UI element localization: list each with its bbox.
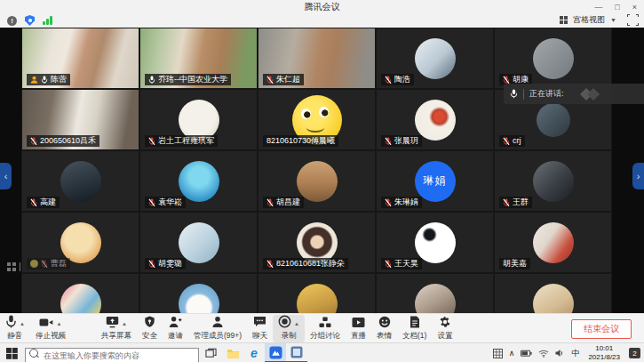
emoji-eye bbox=[319, 107, 329, 117]
toolbar-item-share[interactable]: ▲共享屏幕 bbox=[96, 315, 137, 342]
layout-overlay[interactable] bbox=[7, 262, 20, 271]
participant-tile[interactable]: 200650610吕禾 bbox=[22, 90, 139, 149]
participant-tile[interactable]: 王群 bbox=[495, 151, 611, 211]
mic-muted-icon bbox=[41, 260, 48, 269]
caret-up-icon[interactable]: ▲ bbox=[56, 321, 61, 326]
camera-icon bbox=[39, 316, 53, 332]
participant-tile[interactable]: 陈蕾 bbox=[22, 28, 139, 88]
end-meeting-button[interactable]: 结束会议 bbox=[571, 319, 632, 339]
tencent-meeting-app-button[interactable] bbox=[265, 343, 286, 362]
participant-tile[interactable]: 琳娟朱琳娟 bbox=[377, 151, 493, 211]
search-input[interactable] bbox=[25, 348, 199, 362]
participant-name: 胡美嘉 bbox=[503, 258, 527, 269]
logo-watermark-icon bbox=[576, 88, 607, 101]
avatar bbox=[533, 161, 574, 202]
video-stage: 陈蕾乔玮--中国农业大学朱仁超陶浩胡康200650610吕禾岩土工程雍琪军821… bbox=[0, 28, 644, 342]
participant-tile[interactable]: 胡美嘉 bbox=[495, 213, 611, 272]
prev-page-button[interactable]: ‹ bbox=[0, 163, 12, 189]
caret-up-icon[interactable]: ▲ bbox=[294, 321, 299, 326]
signal-icon[interactable] bbox=[43, 16, 52, 25]
avatar bbox=[179, 161, 219, 202]
breakout-icon bbox=[319, 316, 331, 332]
participant-label: 高建 bbox=[27, 197, 60, 208]
participant-label: 王天昊 bbox=[381, 258, 422, 269]
toolbar-item-members[interactable]: 管理成员(99+) bbox=[188, 315, 247, 342]
toolbar-item-breakout[interactable]: 分组讨论 bbox=[305, 315, 346, 342]
emoji-icon bbox=[378, 316, 391, 332]
battery-icon[interactable] bbox=[521, 349, 532, 358]
avatar bbox=[415, 222, 456, 263]
avatar bbox=[297, 222, 338, 263]
action-center-icon[interactable]: 2 bbox=[629, 348, 640, 358]
mic-muted-icon bbox=[503, 198, 510, 207]
system-tray: ∧ 中 10:01 2021/8/23 2 bbox=[493, 344, 644, 362]
close-button[interactable]: × bbox=[632, 3, 637, 12]
participant-tile[interactable]: 张晨玥 bbox=[377, 90, 493, 149]
participant-tile[interactable]: 胡雯璐 bbox=[140, 213, 257, 272]
participant-tile[interactable]: 高建 bbox=[22, 151, 139, 211]
view-mode-selector[interactable]: 宫格视图 bbox=[573, 14, 605, 26]
wifi-icon[interactable] bbox=[538, 349, 549, 358]
participant-tile[interactable]: 岩土工程雍琪军 bbox=[140, 90, 257, 149]
taskbar-search[interactable] bbox=[25, 346, 199, 361]
tray-expand-icon[interactable]: ∧ bbox=[509, 349, 515, 358]
toolbar-item-doc[interactable]: 文档(1) bbox=[397, 315, 432, 342]
windows-taskbar: e ∧ 中 10:01 202 bbox=[0, 342, 644, 362]
next-page-button[interactable]: › bbox=[632, 163, 644, 189]
participant-label: 胡昌建 bbox=[263, 197, 304, 208]
windows-logo-icon bbox=[6, 348, 18, 359]
ime-toolbox-icon[interactable] bbox=[493, 349, 503, 358]
taskbar-clock[interactable]: 10:01 2021/8/23 bbox=[588, 344, 620, 362]
caret-up-icon[interactable]: ▲ bbox=[122, 321, 127, 326]
toolbar-item-camera[interactable]: ▲停止视频 bbox=[30, 315, 71, 342]
participant-tile[interactable]: 曹磊 bbox=[22, 213, 139, 272]
mic-muted-icon bbox=[30, 198, 37, 207]
clock-time: 10:01 bbox=[588, 344, 620, 353]
participant-tile[interactable]: 胡昌建 bbox=[258, 151, 375, 211]
participant-tile[interactable]: 8210610681张静朵 bbox=[258, 213, 375, 272]
file-explorer-button[interactable] bbox=[222, 343, 243, 362]
toolbar-item-shield[interactable]: 安全 bbox=[137, 315, 163, 342]
participant-tile[interactable]: 乔玮--中国农业大学 bbox=[140, 28, 257, 88]
toolbar-item-record[interactable]: ▲录制 bbox=[273, 315, 305, 342]
toolbar-item-chat[interactable]: 聊天 bbox=[247, 315, 273, 342]
speaker-icon[interactable] bbox=[555, 349, 565, 358]
start-button[interactable] bbox=[0, 343, 23, 362]
toolbar-item-invite[interactable]: 邀请 bbox=[163, 315, 188, 342]
participant-tile[interactable]: 袁华崧 bbox=[140, 151, 257, 211]
task-view-button[interactable] bbox=[199, 343, 222, 362]
mic-on-icon bbox=[148, 76, 155, 84]
speaking-toast: 正在讲话: bbox=[504, 84, 644, 104]
record-icon bbox=[278, 315, 291, 332]
toolbar-item-live[interactable]: 直播 bbox=[346, 315, 371, 342]
participant-tile[interactable]: 8210610730傅晨曦 bbox=[258, 90, 375, 149]
minimize-button[interactable]: — bbox=[594, 3, 602, 12]
chevron-down-icon[interactable]: ▼ bbox=[610, 17, 616, 23]
participant-label: 200650610吕禾 bbox=[27, 135, 99, 147]
layout-grid-icon bbox=[7, 262, 16, 271]
avatar bbox=[533, 38, 574, 79]
reaction-emoji-icon bbox=[30, 260, 38, 268]
participant-name: 胡昌建 bbox=[276, 197, 300, 208]
mic-icon bbox=[5, 315, 17, 332]
caret-up-icon[interactable]: ▲ bbox=[20, 321, 25, 326]
toolbar-item-mic[interactable]: ▲静音 bbox=[0, 315, 30, 342]
toolbar-item-emoji[interactable]: 表情 bbox=[371, 315, 397, 342]
maximize-button[interactable]: □ bbox=[615, 3, 619, 12]
participant-label: 曹磊 bbox=[27, 258, 70, 269]
participant-tile[interactable]: 陶浩 bbox=[377, 28, 493, 88]
participant-name: 岩土工程雍琪军 bbox=[158, 135, 214, 147]
fullscreen-icon[interactable] bbox=[627, 14, 639, 26]
participant-name: 王群 bbox=[513, 197, 529, 208]
pinned-app-button[interactable] bbox=[286, 343, 307, 362]
mic-muted-icon bbox=[385, 260, 392, 269]
shield-icon[interactable] bbox=[25, 15, 35, 26]
ime-language-indicator[interactable]: 中 bbox=[571, 348, 579, 359]
toolbar-item-gear[interactable]: 设置 bbox=[432, 315, 457, 342]
participant-tile[interactable]: 王天昊 bbox=[377, 213, 493, 272]
participant-tile[interactable]: 胡康 bbox=[495, 28, 611, 88]
edge-browser-button[interactable]: e bbox=[243, 343, 265, 362]
info-icon[interactable]: ! bbox=[7, 16, 17, 26]
participant-name: 张晨玥 bbox=[394, 135, 418, 147]
participant-tile[interactable]: 朱仁超 bbox=[258, 28, 375, 88]
